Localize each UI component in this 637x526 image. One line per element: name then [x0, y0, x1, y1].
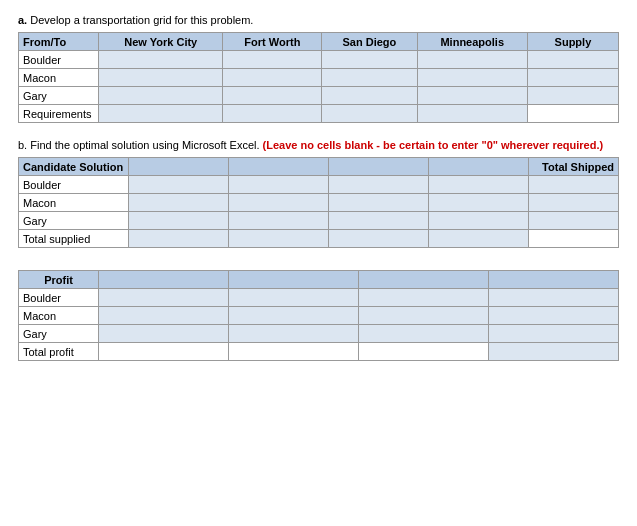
cs-header-col3 — [329, 158, 429, 176]
col-header-from-to: From/To — [19, 33, 99, 51]
cs-row-label-boulder: Boulder — [19, 176, 129, 194]
profit-cell-totalprofit-col1 — [99, 343, 229, 361]
col-header-fw: Fort Worth — [223, 33, 322, 51]
part-b-label: b. Find the optimal solution using Micro… — [18, 139, 619, 151]
cell-macon-fw[interactable] — [223, 69, 322, 87]
cs-cell-gary-col1[interactable] — [129, 212, 229, 230]
table-row: Requirements — [19, 105, 619, 123]
cell-gary-mpls[interactable] — [417, 87, 527, 105]
cs-cell-macon-col2[interactable] — [229, 194, 329, 212]
profit-header-col4 — [489, 271, 619, 289]
row-label-gary: Gary — [19, 87, 99, 105]
profit-header-col1 — [99, 271, 229, 289]
profit-header-col2 — [229, 271, 359, 289]
profit-cell-macon-col1[interactable] — [99, 307, 229, 325]
table-row: Macon — [19, 69, 619, 87]
table-row: Boulder — [19, 289, 619, 307]
cell-macon-supply[interactable] — [527, 69, 618, 87]
profit-header-label: Profit — [19, 271, 99, 289]
col-header-sd: San Diego — [322, 33, 417, 51]
cell-macon-nyc[interactable] — [99, 69, 223, 87]
cs-cell-totalsupplied-col1[interactable] — [129, 230, 229, 248]
cell-req-fw[interactable] — [223, 105, 322, 123]
transportation-grid-table: From/To New York City Fort Worth San Die… — [18, 32, 619, 123]
profit-cell-macon-col2[interactable] — [229, 307, 359, 325]
cell-boulder-sd[interactable] — [322, 51, 417, 69]
profit-cell-boulder-col4[interactable] — [489, 289, 619, 307]
profit-cell-gary-col1[interactable] — [99, 325, 229, 343]
table-row: Boulder — [19, 176, 619, 194]
cs-cell-gary-total[interactable] — [529, 212, 619, 230]
profit-table: Profit Boulder Macon Gary — [18, 270, 619, 361]
profit-cell-gary-col4[interactable] — [489, 325, 619, 343]
profit-cell-boulder-col2[interactable] — [229, 289, 359, 307]
cs-cell-macon-col4[interactable] — [429, 194, 529, 212]
profit-cell-gary-col3[interactable] — [359, 325, 489, 343]
cs-cell-gary-col3[interactable] — [329, 212, 429, 230]
cell-macon-sd[interactable] — [322, 69, 417, 87]
profit-cell-macon-col4[interactable] — [489, 307, 619, 325]
cs-cell-macon-col1[interactable] — [129, 194, 229, 212]
profit-row-label-gary: Gary — [19, 325, 99, 343]
profit-row-label-macon: Macon — [19, 307, 99, 325]
cell-macon-mpls[interactable] — [417, 69, 527, 87]
cs-cell-gary-col2[interactable] — [229, 212, 329, 230]
table-row: Boulder — [19, 51, 619, 69]
profit-cell-macon-col3[interactable] — [359, 307, 489, 325]
table-row: Gary — [19, 87, 619, 105]
profit-cell-gary-col2[interactable] — [229, 325, 359, 343]
cs-cell-boulder-col3[interactable] — [329, 176, 429, 194]
table-row: Total profit — [19, 343, 619, 361]
cs-cell-totalsupplied-col3[interactable] — [329, 230, 429, 248]
cs-row-label-total-supplied: Total supplied — [19, 230, 129, 248]
cell-boulder-supply[interactable] — [527, 51, 618, 69]
cs-header-col1 — [129, 158, 229, 176]
table-row: Macon — [19, 307, 619, 325]
profit-cell-totalprofit-col4[interactable] — [489, 343, 619, 361]
profit-header-col3 — [359, 271, 489, 289]
candidate-solution-table: Candidate Solution Total Shipped Boulder… — [18, 157, 619, 248]
row-label-requirements: Requirements — [19, 105, 99, 123]
cs-cell-boulder-total[interactable] — [529, 176, 619, 194]
profit-cell-totalprofit-col2 — [229, 343, 359, 361]
cs-cell-boulder-col1[interactable] — [129, 176, 229, 194]
cell-boulder-nyc[interactable] — [99, 51, 223, 69]
cs-row-label-macon: Macon — [19, 194, 129, 212]
cs-header-col4 — [429, 158, 529, 176]
col-header-mpls: Minneapolis — [417, 33, 527, 51]
table-row: Gary — [19, 325, 619, 343]
cs-cell-boulder-col2[interactable] — [229, 176, 329, 194]
cell-req-supply — [527, 105, 618, 123]
cs-cell-totalsupplied-total — [529, 230, 619, 248]
col-header-nyc: New York City — [99, 33, 223, 51]
profit-row-label-total-profit: Total profit — [19, 343, 99, 361]
profit-row-label-boulder: Boulder — [19, 289, 99, 307]
table-row: Gary — [19, 212, 619, 230]
cell-boulder-fw[interactable] — [223, 51, 322, 69]
cell-req-sd[interactable] — [322, 105, 417, 123]
cs-header-label: Candidate Solution — [19, 158, 129, 176]
profit-cell-boulder-col1[interactable] — [99, 289, 229, 307]
cell-gary-sd[interactable] — [322, 87, 417, 105]
cell-gary-nyc[interactable] — [99, 87, 223, 105]
cell-req-nyc[interactable] — [99, 105, 223, 123]
cs-cell-macon-col3[interactable] — [329, 194, 429, 212]
table-row: Macon — [19, 194, 619, 212]
cs-cell-totalsupplied-col2[interactable] — [229, 230, 329, 248]
cell-gary-fw[interactable] — [223, 87, 322, 105]
cell-req-mpls[interactable] — [417, 105, 527, 123]
cs-cell-totalsupplied-col4[interactable] — [429, 230, 529, 248]
table-row: Total supplied — [19, 230, 619, 248]
cs-cell-macon-total[interactable] — [529, 194, 619, 212]
col-header-supply: Supply — [527, 33, 618, 51]
cs-row-label-gary: Gary — [19, 212, 129, 230]
profit-cell-boulder-col3[interactable] — [359, 289, 489, 307]
cell-boulder-mpls[interactable] — [417, 51, 527, 69]
cs-cell-gary-col4[interactable] — [429, 212, 529, 230]
row-label-macon: Macon — [19, 69, 99, 87]
cs-header-total-shipped: Total Shipped — [529, 158, 619, 176]
cs-header-col2 — [229, 158, 329, 176]
profit-cell-totalprofit-col3 — [359, 343, 489, 361]
cs-cell-boulder-col4[interactable] — [429, 176, 529, 194]
cell-gary-supply[interactable] — [527, 87, 618, 105]
